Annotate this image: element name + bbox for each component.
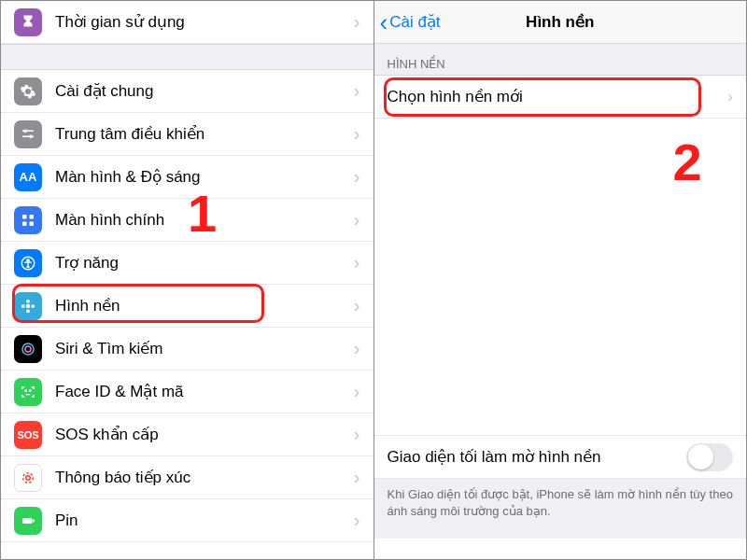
chevron-right-icon: › (354, 11, 360, 33)
row-choose-wallpaper[interactable]: Chọn hình nền mới › (374, 76, 747, 119)
chevron-left-icon: ‹ (380, 10, 388, 35)
wallpaper-detail-pane: ‹ Cài đặt Hình nền HÌNH NỀN Chọn hình nề… (374, 1, 747, 559)
chevron-right-icon: › (354, 80, 360, 102)
face-id-icon (14, 378, 42, 406)
svg-rect-3 (22, 135, 34, 137)
row-label: Chọn hình nền mới (388, 87, 523, 106)
row-general[interactable]: Cài đặt chung › (1, 70, 374, 113)
svg-point-13 (21, 304, 25, 308)
hourglass-icon (14, 8, 42, 36)
row-siri-search[interactable]: Siri & Tìm kiếm › (1, 328, 374, 371)
row-screen-time[interactable]: Thời gian sử dụng › (1, 1, 374, 44)
row-label: SOS khẩn cấp (55, 425, 354, 444)
section-header-wallpaper: HÌNH NỀN (374, 44, 747, 76)
row-label: Trợ năng (55, 253, 354, 273)
chevron-right-icon: › (354, 381, 360, 402)
back-button[interactable]: ‹ Cài đặt (374, 10, 441, 35)
text-size-icon: AA (14, 163, 42, 191)
row-accessibility[interactable]: Trợ năng › (1, 242, 374, 285)
chevron-right-icon: › (354, 424, 360, 445)
row-face-id[interactable]: Face ID & Mật mã › (1, 371, 374, 413)
back-label: Cài đặt (389, 12, 440, 32)
row-label: Trung tâm điều khiển (55, 124, 354, 144)
chevron-right-icon: › (354, 510, 360, 531)
row-control-center[interactable]: Trung tâm điều khiển › (1, 113, 374, 156)
toggle-knob (688, 444, 713, 469)
footer-note: Khi Giao diện tối được bật, iPhone sẽ là… (374, 479, 747, 539)
exposure-icon (14, 464, 42, 492)
svg-point-11 (26, 299, 30, 302)
svg-rect-4 (22, 215, 27, 219)
gear-icon (14, 77, 42, 105)
row-display-brightness[interactable]: AA Màn hình & Độ sáng › (1, 156, 374, 199)
grid-icon (14, 206, 42, 234)
svg-point-12 (26, 309, 30, 313)
svg-point-17 (25, 389, 27, 391)
svg-rect-22 (33, 519, 35, 522)
svg-point-20 (23, 472, 34, 483)
siri-icon (14, 335, 42, 363)
row-exposure-notification[interactable]: Thông báo tiếp xúc › (1, 456, 374, 499)
svg-point-18 (30, 389, 32, 391)
row-emergency-sos[interactable]: SOS SOS khẩn cấp › (1, 413, 374, 456)
svg-rect-5 (30, 215, 35, 219)
row-wallpaper[interactable]: Hình nền › (1, 285, 374, 328)
navbar: ‹ Cài đặt Hình nền (374, 1, 747, 44)
accessibility-icon (14, 249, 42, 277)
svg-point-16 (25, 346, 31, 352)
row-label: Hình nền (55, 296, 354, 315)
chevron-right-icon: › (354, 209, 360, 231)
chevron-right-icon: › (354, 467, 360, 488)
svg-point-15 (22, 343, 34, 355)
row-label: Pin (55, 511, 354, 530)
row-label: Giao diện tối làm mờ hình nền (388, 447, 601, 467)
chevron-right-icon: › (354, 295, 360, 316)
svg-point-9 (27, 259, 29, 260)
dark-dims-toggle[interactable] (686, 443, 733, 471)
row-label: Thời gian sử dụng (55, 12, 354, 32)
group-separator (1, 44, 374, 70)
battery-icon (14, 507, 42, 535)
chevron-right-icon: › (354, 166, 360, 188)
chevron-right-icon: › (354, 252, 360, 273)
chevron-right-icon: › (354, 123, 360, 145)
flower-icon (14, 292, 42, 320)
row-dark-dims-wallpaper[interactable]: Giao diện tối làm mờ hình nền (374, 436, 747, 479)
svg-rect-1 (22, 130, 34, 132)
sos-icon: SOS (14, 421, 42, 449)
svg-rect-6 (22, 221, 27, 226)
svg-point-14 (31, 304, 35, 308)
row-label: Siri & Tìm kiếm (55, 339, 354, 358)
row-label: Thông báo tiếp xúc (55, 468, 354, 487)
sliders-icon (14, 120, 42, 148)
svg-point-10 (26, 303, 31, 308)
row-battery[interactable]: Pin › (1, 499, 374, 542)
row-home-screen[interactable]: Màn hình chính › (1, 199, 374, 242)
svg-point-19 (26, 475, 31, 480)
chevron-right-icon: › (354, 338, 360, 359)
svg-rect-21 (22, 518, 33, 524)
row-label: Màn hình chính (55, 211, 354, 230)
wallpaper-preview-area (374, 119, 747, 436)
row-label: Face ID & Mật mã (55, 382, 354, 401)
row-label: Màn hình & Độ sáng (55, 167, 354, 187)
svg-rect-7 (30, 221, 35, 226)
chevron-right-icon: › (727, 88, 733, 106)
row-label: Cài đặt chung (55, 81, 354, 101)
settings-list-pane: Thời gian sử dụng › Cài đặt chung › Trun… (1, 1, 374, 559)
